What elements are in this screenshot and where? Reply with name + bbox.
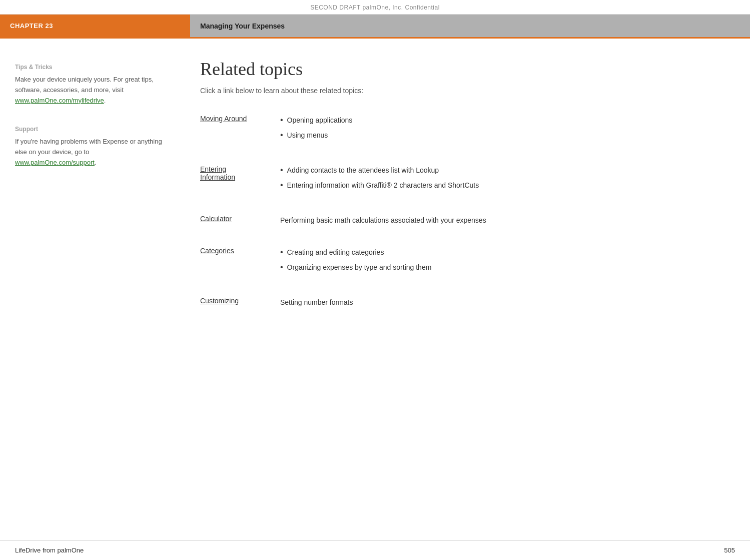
- topic-content-cell: •Adding contacts to the attendees list w…: [280, 160, 730, 200]
- sidebar: Tips & Tricks Make your device uniquely …: [0, 59, 190, 499]
- chapter-label: CHAPTER 23: [0, 15, 190, 37]
- footer: LifeDrive from palmOne 505: [0, 540, 750, 560]
- table-row: [200, 150, 730, 160]
- table-row: Moving Around•Opening applications•Using…: [200, 110, 730, 150]
- list-item: •Creating and editing categories: [280, 247, 730, 259]
- chapter-header: CHAPTER 23 Managing Your Expenses: [0, 15, 750, 39]
- footer-left: LifeDrive from palmOne: [15, 546, 84, 554]
- table-row: CustomizingSetting number formats: [200, 292, 730, 314]
- topic-link-cell: EnteringInformation: [200, 160, 280, 200]
- support-section: Support If you're having problems with E…: [15, 126, 175, 168]
- bullet-dot: •: [280, 115, 283, 126]
- topic-link[interactable]: Calculator: [200, 215, 232, 223]
- support-title: Support: [15, 126, 175, 133]
- table-row: [200, 231, 730, 242]
- tips-title: Tips & Tricks: [15, 64, 175, 71]
- table-row: [200, 282, 730, 292]
- topic-link-cell: Calculator: [200, 210, 280, 232]
- watermark-bar: SECOND DRAFT palmOne, Inc. Confidential: [0, 0, 750, 15]
- related-topics-title: Related topics: [200, 59, 730, 80]
- bullet-dot: •: [280, 262, 283, 273]
- topic-link[interactable]: Categories: [200, 247, 234, 255]
- topic-link[interactable]: Moving Around: [200, 115, 247, 123]
- footer-right: 505: [724, 546, 735, 554]
- list-item: •Organizing expenses by type and sorting…: [280, 262, 730, 274]
- tips-link[interactable]: www.palmOne.com/mylifedrive: [15, 97, 104, 104]
- table-row: CalculatorPerforming basic math calculat…: [200, 210, 730, 232]
- support-body: If you're having problems with Expense o…: [15, 137, 175, 168]
- right-content: Related topics Click a link below to lea…: [190, 59, 750, 499]
- chapter-title: Managing Your Expenses: [190, 15, 750, 37]
- tips-section: Tips & Tricks Make your device uniquely …: [15, 64, 175, 106]
- topic-content-cell: •Opening applications•Using menus: [280, 110, 730, 150]
- topic-link[interactable]: EnteringInformation: [200, 165, 235, 181]
- list-item: •Using menus: [280, 130, 730, 142]
- watermark-text: SECOND DRAFT palmOne, Inc. Confidential: [310, 4, 440, 11]
- topic-link[interactable]: Customizing: [200, 297, 239, 305]
- topic-content-cell: Setting number formats: [280, 292, 730, 314]
- topic-content-cell: •Creating and editing categories•Organiz…: [280, 242, 730, 282]
- topic-link-cell: Moving Around: [200, 110, 280, 150]
- support-link[interactable]: www.palmOne.com/support: [15, 159, 95, 166]
- related-topics-subtitle: Click a link below to learn about these …: [200, 87, 730, 95]
- bullet-dot: •: [280, 165, 283, 176]
- table-row: Categories•Creating and editing categori…: [200, 242, 730, 282]
- bullet-dot: •: [280, 180, 283, 191]
- bullet-dot: •: [280, 130, 283, 141]
- topic-link-cell: Customizing: [200, 292, 280, 314]
- topic-content-cell: Performing basic math calculations assoc…: [280, 210, 730, 232]
- list-item: •Entering information with Graffiti® 2 c…: [280, 180, 730, 192]
- list-item: •Opening applications: [280, 115, 730, 127]
- bullet-dot: •: [280, 247, 283, 258]
- tips-body: Make your device uniquely yours. For gre…: [15, 75, 175, 106]
- table-row: [200, 200, 730, 210]
- topics-table: Moving Around•Opening applications•Using…: [200, 110, 730, 313]
- topic-link-cell: Categories: [200, 242, 280, 282]
- list-item: •Adding contacts to the attendees list w…: [280, 165, 730, 177]
- table-row: EnteringInformation•Adding contacts to t…: [200, 160, 730, 200]
- tips-body-text: Make your device uniquely yours. For gre…: [15, 76, 154, 94]
- main-content: Tips & Tricks Make your device uniquely …: [0, 39, 750, 499]
- support-body-text: If you're having problems with Expense o…: [15, 138, 162, 156]
